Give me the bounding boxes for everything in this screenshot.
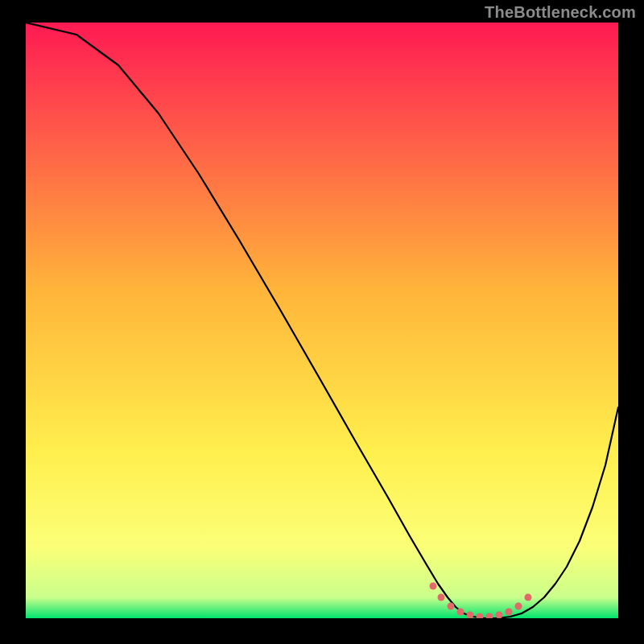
highlight-dot (430, 583, 437, 590)
highlight-dot (525, 594, 532, 601)
chart-svg (26, 23, 618, 618)
highlight-dot (515, 603, 522, 610)
highlight-dot (438, 594, 445, 601)
gradient-background (26, 23, 618, 618)
chart-plot (26, 23, 618, 618)
highlight-dot (506, 609, 513, 616)
highlight-dot (457, 609, 464, 616)
watermark-text: TheBottleneck.com (485, 3, 636, 22)
highlight-dot (448, 603, 455, 610)
chart-stage: TheBottleneck.com (0, 0, 644, 644)
